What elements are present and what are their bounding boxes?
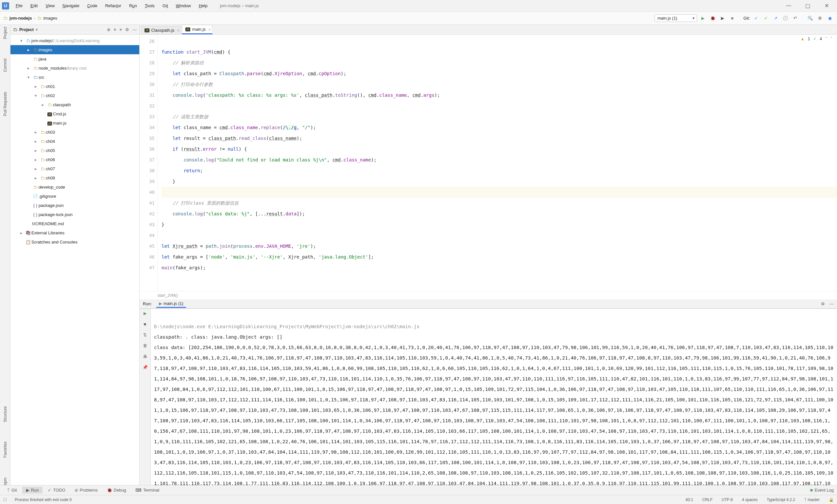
tree-row[interactable]: ▸🗀images bbox=[11, 45, 139, 54]
indent-info[interactable]: 4 spaces bbox=[742, 498, 758, 502]
minimize-button[interactable]: — bbox=[784, 3, 793, 9]
editor-tab[interactable]: JSClasspath.js× bbox=[141, 26, 181, 34]
debug-icon[interactable]: 🐞 bbox=[709, 14, 717, 22]
tree-row[interactable]: ▸🗀node_modules library root bbox=[11, 64, 139, 73]
menu-tools[interactable]: Tools bbox=[142, 2, 158, 10]
bottom-tab-run[interactable]: ▶Run bbox=[22, 487, 43, 493]
tree-row[interactable]: ▸🗀ch07 bbox=[11, 164, 139, 173]
folder-icon: 🗀 bbox=[39, 157, 46, 162]
menu-refactor[interactable]: Refactor bbox=[102, 2, 125, 10]
caret-position[interactable]: 40:1 bbox=[685, 498, 693, 502]
tree-row[interactable]: ▸📚External Libraries bbox=[11, 228, 139, 237]
tree-row[interactable]: ▾🗀ch02 bbox=[11, 91, 139, 100]
chevron-down-icon[interactable]: ˅ bbox=[831, 37, 833, 41]
tree-row[interactable]: 📋Scratches and Consoles bbox=[11, 237, 139, 247]
tree-row[interactable]: MDREADME.md bbox=[11, 219, 139, 228]
menu-navigate[interactable]: Navigate bbox=[59, 2, 83, 10]
search-icon[interactable]: 🔍 bbox=[806, 14, 814, 22]
layout-icon[interactable]: ⇅ bbox=[143, 332, 147, 337]
toolstrip-favorites[interactable]: Favorites bbox=[3, 442, 7, 457]
menu-file[interactable]: File bbox=[13, 2, 26, 10]
collapse-icon[interactable]: ≡ bbox=[119, 27, 122, 32]
language-service[interactable]: TypeScript 4.2.2 bbox=[767, 498, 795, 502]
menu-git[interactable]: Git bbox=[159, 2, 171, 10]
toolstrip-project[interactable]: Project bbox=[3, 27, 7, 39]
file-encoding[interactable]: UTF-8 bbox=[722, 498, 733, 502]
menu-view[interactable]: View bbox=[42, 2, 58, 10]
tree-row[interactable]: ▸🗀ch04 bbox=[11, 137, 139, 146]
editor-code[interactable]: function start_JVM(cmd) { // 解析类路径 let c… bbox=[158, 35, 837, 291]
git-push-icon[interactable]: ↗ bbox=[772, 14, 780, 22]
run-config-dropdown[interactable]: main.js (1) bbox=[655, 14, 697, 22]
lock-icon[interactable]: 🔒 bbox=[829, 498, 834, 502]
chevron-down-icon[interactable]: ▾ bbox=[36, 27, 38, 32]
message-icon[interactable]: ☐ bbox=[3, 498, 7, 502]
menu-window[interactable]: Window bbox=[173, 2, 194, 10]
tree-row[interactable]: ▸🗀ch08 bbox=[11, 173, 139, 182]
chevron-up-icon[interactable]: ˄ bbox=[825, 37, 827, 41]
bottom-tab-debug[interactable]: 🐞Debug bbox=[103, 487, 130, 493]
locate-icon[interactable]: ⊕ bbox=[107, 27, 110, 32]
stop-icon[interactable]: ■ bbox=[144, 322, 146, 326]
settings-icon[interactable]: ⚙ bbox=[816, 14, 824, 22]
coverage-icon[interactable]: ▶ bbox=[719, 14, 727, 22]
pin-icon[interactable]: 📌 bbox=[143, 365, 148, 370]
stop-icon[interactable]: ■ bbox=[728, 14, 736, 22]
gear-icon[interactable]: ⚙ bbox=[125, 27, 129, 32]
editor-tab[interactable]: JSmain.js× bbox=[182, 25, 213, 34]
bottom-tab-git[interactable]: ᛘGit bbox=[3, 487, 21, 493]
tree-row[interactable]: ▾🗀src bbox=[11, 73, 139, 82]
tree-row[interactable]: ▸🗀ch06 bbox=[11, 155, 139, 164]
git-history-icon[interactable]: 🕘 bbox=[781, 14, 789, 22]
breadcrumb[interactable]: 🗀 jvm-nodejs › 🗀 images bbox=[3, 16, 57, 21]
inspections-widget[interactable]: ▲ 1 ✓ 4 ˄ ˅ bbox=[801, 37, 833, 41]
tree-row[interactable]: ▸🗀ch01 bbox=[11, 82, 139, 91]
bottom-tab-todo[interactable]: ✓TODO bbox=[44, 487, 69, 493]
toolstrip-commit[interactable]: Commit bbox=[3, 58, 7, 72]
tree-row[interactable]: { }package-lock.json bbox=[11, 210, 139, 219]
tree-row[interactable]: 🗀develop_code bbox=[11, 182, 139, 192]
menu-code[interactable]: Code bbox=[84, 2, 101, 10]
gear-icon[interactable]: ⚙ bbox=[821, 301, 825, 306]
menu-run[interactable]: Run bbox=[126, 2, 140, 10]
menu-help[interactable]: Help bbox=[196, 2, 211, 10]
tree-row[interactable]: ▾🗀jvm-nodejs E:\LearningDisk\Learning bbox=[11, 36, 139, 45]
print-icon[interactable]: 🖶 bbox=[143, 354, 147, 359]
git-pull-icon[interactable]: ✓ bbox=[752, 14, 760, 22]
tree-row[interactable]: 🗀java bbox=[11, 54, 139, 64]
event-log[interactable]: Event Log bbox=[810, 488, 834, 492]
tree-row[interactable]: ▸🗀ch05 bbox=[11, 146, 139, 155]
git-rollback-icon[interactable]: ↶ bbox=[791, 14, 799, 22]
toolstrip-pull-requests[interactable]: Pull Requests bbox=[3, 92, 7, 116]
maximize-button[interactable]: ▢ bbox=[803, 3, 812, 9]
bottom-toolwindow-bar: ᛘGit▶Run✓TODO⊘Problems🐞Debug⌨TerminalEve… bbox=[0, 485, 837, 495]
expand-icon[interactable]: ≡ bbox=[114, 27, 117, 32]
toolstrip-structure[interactable]: Structure bbox=[3, 406, 7, 422]
run-icon[interactable]: ▶ bbox=[699, 14, 707, 22]
project-tree[interactable]: ▾🗀jvm-nodejs E:\LearningDisk\Learning▸🗀i… bbox=[11, 35, 139, 485]
rerun-icon[interactable]: ▶ bbox=[144, 311, 147, 316]
tree-row[interactable]: ▸🗀classpath bbox=[11, 100, 139, 109]
close-icon[interactable]: × bbox=[177, 29, 179, 32]
tree-row[interactable]: JSmain.js bbox=[11, 118, 139, 127]
hide-icon[interactable]: — bbox=[830, 301, 834, 306]
bottom-tab-problems[interactable]: ⊘Problems bbox=[71, 487, 102, 493]
hide-icon[interactable]: — bbox=[132, 27, 137, 32]
menu-edit[interactable]: Edit bbox=[27, 2, 41, 10]
code-with-me-icon[interactable]: ◉ bbox=[826, 14, 834, 22]
tree-row[interactable]: 📄.gitignore bbox=[11, 192, 139, 201]
git-branch[interactable]: ᛘ master bbox=[804, 498, 820, 502]
editor-breadcrumb[interactable]: start_JVM() bbox=[140, 291, 837, 300]
close-button[interactable]: ✕ bbox=[822, 3, 831, 9]
git-commit-icon[interactable]: ✓ bbox=[762, 14, 770, 22]
tree-row[interactable]: { }package.json bbox=[11, 201, 139, 210]
line-separator[interactable]: CRLF bbox=[702, 498, 712, 502]
close-icon[interactable]: × bbox=[209, 28, 211, 31]
tree-row[interactable]: JSCmd.js bbox=[11, 109, 139, 118]
run-tab[interactable]: ▶ main.js (1) bbox=[156, 300, 186, 308]
console-output[interactable]: D:\nodejs\node.exe E:\LearningDisk\Learn… bbox=[151, 309, 837, 485]
bottom-tab-terminal[interactable]: ⌨Terminal bbox=[131, 487, 163, 493]
tree-row[interactable]: ▸🗀ch03 bbox=[11, 127, 139, 137]
trash-icon[interactable]: 🗑 bbox=[143, 343, 147, 348]
toolstrip-npm[interactable]: npm bbox=[3, 478, 7, 485]
